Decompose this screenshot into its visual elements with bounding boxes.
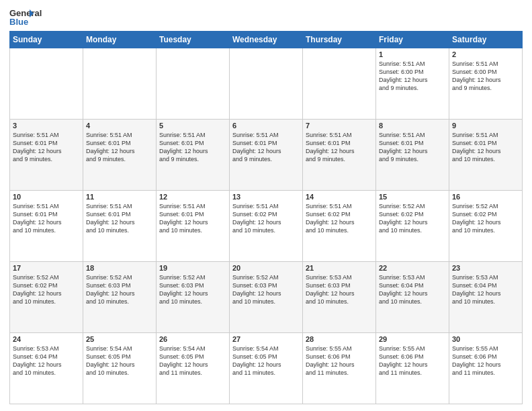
- calendar-cell: 18Sunrise: 5:52 AM Sunset: 6:03 PM Dayli…: [83, 262, 157, 333]
- svg-text:Blue: Blue: [9, 17, 28, 27]
- day-number: 17: [13, 264, 80, 272]
- day-info: Sunrise: 5:51 AM Sunset: 6:01 PM Dayligh…: [232, 131, 300, 164]
- calendar-cell: 24Sunrise: 5:53 AM Sunset: 6:04 PM Dayli…: [10, 333, 83, 404]
- day-info: Sunrise: 5:54 AM Sunset: 6:05 PM Dayligh…: [86, 345, 153, 377]
- calendar-cell: [157, 48, 230, 120]
- day-number: 6: [232, 122, 300, 130]
- day-number: 15: [379, 193, 446, 201]
- day-info: Sunrise: 5:52 AM Sunset: 6:02 PM Dayligh…: [452, 202, 519, 235]
- calendar-cell: 1Sunrise: 5:51 AM Sunset: 6:00 PM Daylig…: [376, 48, 449, 120]
- day-info: Sunrise: 5:51 AM Sunset: 6:01 PM Dayligh…: [379, 131, 446, 164]
- calendar-cell: 5Sunrise: 5:51 AM Sunset: 6:01 PM Daylig…: [157, 120, 230, 191]
- day-info: Sunrise: 5:55 AM Sunset: 6:06 PM Dayligh…: [379, 345, 446, 377]
- weekday-header: Tuesday: [157, 32, 230, 48]
- calendar-cell: 7Sunrise: 5:51 AM Sunset: 6:01 PM Daylig…: [303, 120, 376, 191]
- day-info: Sunrise: 5:51 AM Sunset: 6:01 PM Dayligh…: [86, 131, 153, 164]
- day-number: 13: [232, 193, 300, 201]
- day-number: 11: [86, 193, 153, 201]
- calendar-header-row: SundayMondayTuesdayWednesdayThursdayFrid…: [10, 32, 523, 48]
- day-number: 5: [159, 122, 226, 130]
- day-number: 1: [379, 50, 446, 58]
- day-info: Sunrise: 5:55 AM Sunset: 6:06 PM Dayligh…: [452, 345, 519, 377]
- calendar-cell: 16Sunrise: 5:52 AM Sunset: 6:02 PM Dayli…: [449, 191, 523, 262]
- day-info: Sunrise: 5:51 AM Sunset: 6:02 PM Dayligh…: [232, 202, 300, 235]
- calendar-cell: 29Sunrise: 5:55 AM Sunset: 6:06 PM Dayli…: [376, 333, 449, 404]
- day-number: 14: [306, 193, 373, 201]
- calendar-cell: [303, 48, 376, 120]
- day-info: Sunrise: 5:52 AM Sunset: 6:02 PM Dayligh…: [379, 202, 446, 235]
- day-number: 25: [86, 335, 153, 343]
- day-info: Sunrise: 5:52 AM Sunset: 6:02 PM Dayligh…: [13, 273, 80, 306]
- day-info: Sunrise: 5:51 AM Sunset: 6:01 PM Dayligh…: [452, 131, 519, 164]
- day-number: 23: [452, 264, 519, 272]
- day-number: 22: [379, 264, 446, 272]
- day-number: 8: [379, 122, 446, 130]
- calendar-cell: [230, 48, 303, 120]
- calendar-cell: 17Sunrise: 5:52 AM Sunset: 6:02 PM Dayli…: [10, 262, 83, 333]
- calendar-cell: 30Sunrise: 5:55 AM Sunset: 6:06 PM Dayli…: [449, 333, 523, 404]
- day-info: Sunrise: 5:53 AM Sunset: 6:04 PM Dayligh…: [379, 273, 446, 306]
- weekday-header: Saturday: [449, 32, 523, 48]
- day-number: 18: [86, 264, 153, 272]
- calendar-cell: 3Sunrise: 5:51 AM Sunset: 6:01 PM Daylig…: [10, 120, 83, 191]
- day-info: Sunrise: 5:51 AM Sunset: 6:01 PM Dayligh…: [13, 131, 80, 164]
- calendar-table: SundayMondayTuesdayWednesdayThursdayFrid…: [9, 31, 523, 404]
- calendar-week-row: 3Sunrise: 5:51 AM Sunset: 6:01 PM Daylig…: [10, 120, 523, 191]
- calendar-cell: 25Sunrise: 5:54 AM Sunset: 6:05 PM Dayli…: [83, 333, 157, 404]
- day-number: 16: [452, 193, 519, 201]
- calendar-cell: [83, 48, 157, 120]
- day-number: 12: [159, 193, 226, 201]
- day-info: Sunrise: 5:54 AM Sunset: 6:05 PM Dayligh…: [232, 345, 300, 377]
- calendar-cell: 22Sunrise: 5:53 AM Sunset: 6:04 PM Dayli…: [376, 262, 449, 333]
- calendar-cell: 20Sunrise: 5:52 AM Sunset: 6:03 PM Dayli…: [230, 262, 303, 333]
- day-number: 28: [306, 335, 373, 343]
- weekday-header: Monday: [83, 32, 157, 48]
- calendar-week-row: 10Sunrise: 5:51 AM Sunset: 6:01 PM Dayli…: [10, 191, 523, 262]
- day-number: 10: [13, 193, 80, 201]
- calendar-cell: 8Sunrise: 5:51 AM Sunset: 6:01 PM Daylig…: [376, 120, 449, 191]
- day-number: 30: [452, 335, 519, 343]
- calendar-cell: 10Sunrise: 5:51 AM Sunset: 6:01 PM Dayli…: [10, 191, 83, 262]
- weekday-header: Sunday: [10, 32, 83, 48]
- day-info: Sunrise: 5:51 AM Sunset: 6:01 PM Dayligh…: [306, 131, 373, 164]
- calendar-cell: 6Sunrise: 5:51 AM Sunset: 6:01 PM Daylig…: [230, 120, 303, 191]
- day-info: Sunrise: 5:51 AM Sunset: 6:00 PM Dayligh…: [452, 60, 519, 93]
- day-info: Sunrise: 5:53 AM Sunset: 6:03 PM Dayligh…: [306, 273, 373, 306]
- calendar-cell: 2Sunrise: 5:51 AM Sunset: 6:00 PM Daylig…: [449, 48, 523, 120]
- day-info: Sunrise: 5:55 AM Sunset: 6:06 PM Dayligh…: [306, 345, 373, 377]
- day-number: 3: [13, 122, 80, 130]
- day-info: Sunrise: 5:51 AM Sunset: 6:01 PM Dayligh…: [13, 202, 80, 235]
- page: General Blue SundayMondayTuesdayWednesda…: [0, 0, 532, 411]
- logo: General Blue: [9, 7, 56, 27]
- calendar-cell: 9Sunrise: 5:51 AM Sunset: 6:01 PM Daylig…: [449, 120, 523, 191]
- day-info: Sunrise: 5:51 AM Sunset: 6:01 PM Dayligh…: [159, 131, 226, 164]
- day-info: Sunrise: 5:52 AM Sunset: 6:03 PM Dayligh…: [232, 273, 300, 306]
- day-info: Sunrise: 5:51 AM Sunset: 6:01 PM Dayligh…: [159, 202, 226, 235]
- logo-icon: General Blue: [9, 7, 56, 27]
- day-number: 26: [159, 335, 226, 343]
- calendar-week-row: 1Sunrise: 5:51 AM Sunset: 6:00 PM Daylig…: [10, 48, 523, 120]
- day-info: Sunrise: 5:52 AM Sunset: 6:03 PM Dayligh…: [86, 273, 153, 306]
- day-number: 4: [86, 122, 153, 130]
- day-number: 19: [159, 264, 226, 272]
- day-number: 7: [306, 122, 373, 130]
- day-number: 2: [452, 50, 519, 58]
- calendar-cell: 28Sunrise: 5:55 AM Sunset: 6:06 PM Dayli…: [303, 333, 376, 404]
- weekday-header: Friday: [376, 32, 449, 48]
- day-info: Sunrise: 5:53 AM Sunset: 6:04 PM Dayligh…: [452, 273, 519, 306]
- day-number: 20: [232, 264, 300, 272]
- calendar-cell: 23Sunrise: 5:53 AM Sunset: 6:04 PM Dayli…: [449, 262, 523, 333]
- calendar-week-row: 24Sunrise: 5:53 AM Sunset: 6:04 PM Dayli…: [10, 333, 523, 404]
- day-info: Sunrise: 5:51 AM Sunset: 6:01 PM Dayligh…: [86, 202, 153, 235]
- calendar-cell: 13Sunrise: 5:51 AM Sunset: 6:02 PM Dayli…: [230, 191, 303, 262]
- calendar-cell: 12Sunrise: 5:51 AM Sunset: 6:01 PM Dayli…: [157, 191, 230, 262]
- day-number: 9: [452, 122, 519, 130]
- calendar-cell: 27Sunrise: 5:54 AM Sunset: 6:05 PM Dayli…: [230, 333, 303, 404]
- day-info: Sunrise: 5:52 AM Sunset: 6:03 PM Dayligh…: [159, 273, 226, 306]
- day-number: 21: [306, 264, 373, 272]
- day-info: Sunrise: 5:54 AM Sunset: 6:05 PM Dayligh…: [159, 345, 226, 377]
- calendar-cell: 11Sunrise: 5:51 AM Sunset: 6:01 PM Dayli…: [83, 191, 157, 262]
- header: General Blue: [9, 7, 523, 27]
- calendar-week-row: 17Sunrise: 5:52 AM Sunset: 6:02 PM Dayli…: [10, 262, 523, 333]
- day-number: 24: [13, 335, 80, 343]
